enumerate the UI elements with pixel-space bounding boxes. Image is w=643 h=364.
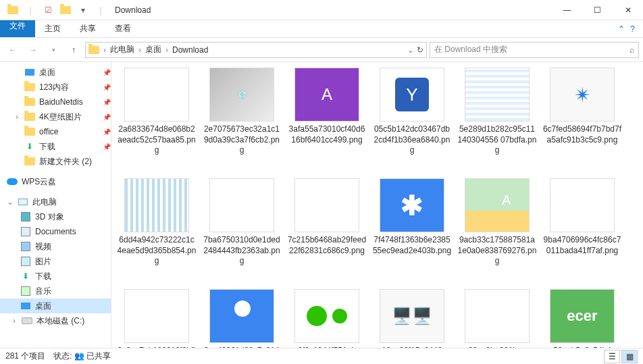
- sidebar-pc-item[interactable]: ›本地磁盘 (C:): [0, 313, 111, 328]
- up-button[interactable]: ↑: [65, 41, 82, 59]
- qat-divider: |: [93, 3, 108, 18]
- navigation-pane[interactable]: 桌面📌123内容📌BaiduNetdis📌›4K壁纸图片📌office📌⬇下载📌…: [0, 62, 111, 348]
- details-view-button[interactable]: ☰: [604, 350, 620, 363]
- chevron-right-icon[interactable]: ›: [103, 45, 106, 55]
- thumbnail: [465, 289, 530, 343]
- thumbnail: [124, 289, 189, 343]
- sidebar-pc-item[interactable]: Documents: [0, 224, 111, 239]
- sidebar-pc-item[interactable]: 3D 对象: [0, 209, 111, 224]
- sidebar-quick-item[interactable]: ›4K壁纸图片📌: [0, 109, 111, 124]
- file-grid[interactable]: 2a6833674d8e068b2aeadc52c57baa85.png💿2e7…: [111, 62, 643, 348]
- maximize-button[interactable]: ☐: [582, 0, 613, 20]
- expand-icon[interactable]: ›: [11, 316, 18, 326]
- drive-icon: [22, 317, 32, 324]
- folder-icon[interactable]: [5, 3, 20, 18]
- cloud-icon: [7, 178, 18, 185]
- view-switcher: ☰ ▦: [604, 350, 638, 363]
- properties-icon[interactable]: ☑: [41, 3, 55, 18]
- file-name: 9acb33c175887581a1e0a0e838769276.png: [457, 235, 537, 267]
- expand-icon[interactable]: ⌄: [7, 197, 14, 207]
- chevron-right-icon[interactable]: ›: [165, 45, 168, 55]
- sidebar-pc-item[interactable]: 桌面: [0, 298, 111, 313]
- file-item[interactable]: 5e289d1b282c95c11140304556 07bdfa.png: [457, 68, 537, 174]
- sidebar-pc-item[interactable]: 视频: [0, 239, 111, 254]
- file-item[interactable]: 7c215b6468ab29feed22f62831c686c9.png: [287, 178, 367, 285]
- tab-home[interactable]: 主页: [35, 20, 70, 37]
- thumbnail: [294, 289, 359, 343]
- ribbon-help-icon[interactable]: ⌃ ?: [610, 20, 643, 37]
- thumbnail: [124, 178, 189, 232]
- folder-icon: [24, 98, 35, 106]
- pin-icon: 📌: [103, 143, 111, 151]
- thumbnail: [465, 178, 530, 232]
- file-item[interactable]: ✴6c7fed58694f7b7bd7fa5afc91b3c5c9.png: [542, 68, 622, 174]
- file-name: 2e7075673ec32a1c19d0a39c3a7f6cb2.png: [202, 124, 282, 156]
- forward-button[interactable]: →: [24, 41, 42, 59]
- sidebar-quick-item[interactable]: ⬇下载📌: [0, 139, 111, 154]
- file-name: 05c5b142dc03467db2cd4f1b36ea6840.png: [372, 124, 452, 156]
- tab-file[interactable]: 文件: [0, 20, 35, 37]
- addr-folder-icon: [88, 46, 99, 54]
- pc-icon: [18, 199, 28, 205]
- ribbon-tabs: 文件 主页 共享 查看 ⌃ ?: [0, 20, 643, 38]
- file-item[interactable]: 0f0c1344f551ab: [287, 289, 367, 348]
- refresh-icon[interactable]: ↻: [417, 45, 423, 55]
- expand-icon[interactable]: ›: [14, 112, 20, 122]
- qat-down-icon[interactable]: ▾: [76, 3, 91, 18]
- sidebar-pc-item[interactable]: 音乐: [0, 284, 111, 298]
- breadcrumb-desktop[interactable]: 桌面: [143, 44, 164, 55]
- qat-folder-icon[interactable]: [58, 3, 73, 18]
- sidebar-quick-item[interactable]: office📌: [0, 124, 111, 139]
- pin-icon: 📌: [103, 128, 111, 136]
- sidebar-thispc[interactable]: ⌄ 此电脑: [0, 194, 111, 209]
- sidebar-quick-item[interactable]: 新建文件夹 (2): [0, 154, 111, 169]
- file-item[interactable]: 9acb33c175887581a1e0a0e838769276.png: [457, 178, 537, 285]
- sidebar-pc-item[interactable]: ⬇下载: [0, 269, 111, 284]
- thumbnail: ecer: [550, 289, 615, 343]
- sidebar-wps[interactable]: WPS云盘: [0, 174, 111, 189]
- back-button[interactable]: ←: [4, 41, 22, 59]
- file-name: 6c7fed58694f7b7bd7fa5afc91b3c5c9.png: [542, 124, 622, 145]
- address-bar[interactable]: › 此电脑 › 桌面 › Download ⌄ ↻: [85, 42, 427, 58]
- file-name: 7c215b6468ab29feed22f62831c686c9.png: [287, 235, 367, 256]
- file-item[interactable]: 9c8ca7ab182612f3b82f44accbf4a7d1.png: [117, 289, 197, 348]
- search-input[interactable]: 在 Download 中搜索 ⌕: [430, 42, 639, 58]
- sidebar-pc-item[interactable]: 图片: [0, 254, 111, 269]
- sidebar-quick-item[interactable]: 123内容📌: [0, 80, 111, 95]
- thumbnail: [465, 68, 530, 122]
- file-item[interactable]: 💿2e7075673ec32a1c19d0a39c3a7f6cb2.png: [202, 68, 282, 174]
- file-item[interactable]: 9ba4706996c4fc86c7011bada41ff7af.png: [542, 178, 622, 285]
- close-button[interactable]: ✕: [613, 0, 643, 20]
- chevron-right-icon[interactable]: ›: [138, 45, 141, 55]
- sidebar-quick-item[interactable]: 桌面📌: [0, 65, 111, 80]
- file-item[interactable]: 23ce0be001bce: [457, 289, 537, 348]
- file-item[interactable]: 2a6833674d8e068b2aeadc52c57baa85.png: [117, 68, 197, 174]
- file-name: 7f4748f1363b6e238555ec9ead2e403b.png: [372, 235, 452, 256]
- thumbnail: ✴: [550, 68, 615, 122]
- sidebar-quick-item[interactable]: BaiduNetdis📌: [0, 95, 111, 109]
- thumbnail: ✱: [380, 178, 444, 232]
- breadcrumb-download[interactable]: Download: [170, 45, 211, 55]
- file-item[interactable]: 🖥️🖥️12ec93f15a6440: [372, 289, 452, 348]
- file-item[interactable]: ✱7f4748f1363b6e238555ec9ead2e403b.png: [372, 178, 452, 285]
- file-item[interactable]: 9ce43361d28c7c61400e175bc30792cd.png: [202, 289, 282, 348]
- pin-icon: 📌: [103, 99, 111, 106]
- pin-icon: 📌: [103, 69, 111, 76]
- file-item[interactable]: 7ba6750310d0e1ded2484443fb2363ab.png: [202, 178, 282, 285]
- file-item[interactable]: A3afa55a73010cf40d616bf6401cc499.png: [287, 68, 367, 174]
- search-icon[interactable]: ⌕: [629, 45, 634, 55]
- minimize-button[interactable]: —: [552, 0, 582, 20]
- tab-share[interactable]: 共享: [70, 20, 105, 37]
- file-item[interactable]: 6dd4a942c73222c1c4eae5d9d365b854.png: [117, 178, 197, 285]
- icons-view-button[interactable]: ▦: [621, 350, 638, 363]
- file-item[interactable]: ecer50eab5e3c54b4: [542, 289, 622, 348]
- thumbnail: [294, 178, 359, 232]
- tab-view[interactable]: 查看: [105, 20, 140, 37]
- music-icon: [21, 286, 30, 296]
- file-item[interactable]: Y05c5b142dc03467db2cd4f1b36ea6840.png: [372, 68, 452, 174]
- breadcrumb-thispc[interactable]: 此电脑: [107, 44, 137, 55]
- thumbnail: [209, 178, 274, 232]
- thumbnail: A: [294, 68, 359, 122]
- addr-dropdown-icon[interactable]: ⌄: [407, 45, 414, 55]
- recent-dropdown[interactable]: ▾: [45, 41, 62, 59]
